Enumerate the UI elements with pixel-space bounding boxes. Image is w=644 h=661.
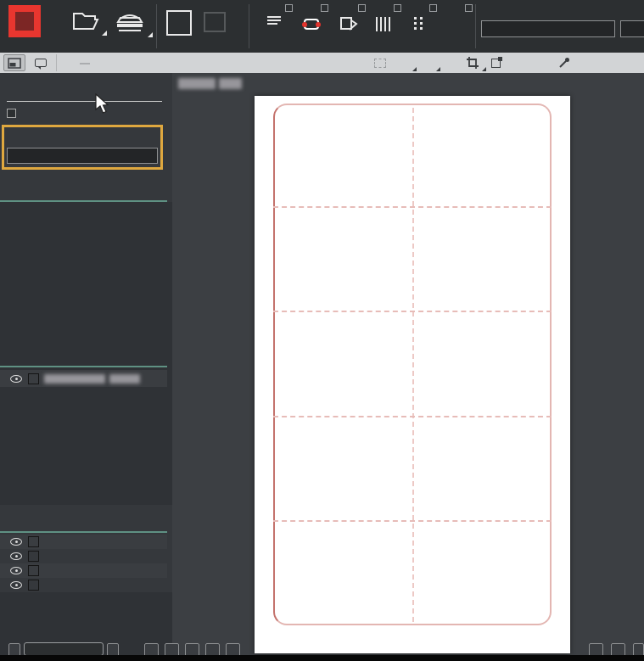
- crop-tool[interactable]: [463, 54, 482, 71]
- dropdown-triangle-icon: [102, 31, 107, 36]
- toolbar-separator: [156, 4, 157, 48]
- rotate-view-tool[interactable]: [532, 54, 551, 71]
- press-icon: [114, 8, 146, 34]
- black-swatch: [28, 580, 39, 591]
- object-select-icon: [491, 59, 501, 68]
- visibility-eye-icon[interactable]: [10, 538, 22, 546]
- fit-expand-tool[interactable]: [602, 54, 620, 71]
- visibility-eye-icon[interactable]: [10, 567, 22, 574]
- toggle-checkbox[interactable]: [285, 4, 293, 12]
- cyan-swatch: [28, 536, 39, 547]
- separation-swatch: [28, 373, 39, 384]
- marquee-icon: [374, 59, 386, 68]
- pdf-page-boxes-dropdown[interactable]: [7, 148, 158, 164]
- label-ticket-toggle[interactable]: [295, 7, 328, 41]
- eyedropper-icon: [558, 57, 570, 69]
- separation-row[interactable]: [0, 370, 167, 387]
- text-edit-toggle[interactable]: [260, 7, 292, 41]
- dropdown-triangle-icon: [412, 67, 417, 71]
- export-pages-button: [204, 12, 226, 32]
- dropdown-triangle-icon: [148, 32, 153, 37]
- separations-underline: [0, 366, 167, 367]
- brightness-button: [75, 54, 95, 71]
- barcode-icon: [376, 17, 393, 31]
- canvas-size-tool[interactable]: [579, 54, 597, 71]
- zoom-level-dropdown[interactable]: [24, 642, 104, 656]
- action-dropdown[interactable]: [481, 20, 615, 37]
- toolbar-separator: [56, 54, 57, 71]
- marquee-select-tool: [372, 54, 389, 71]
- mouse-cursor: [95, 93, 111, 115]
- window-bottom-edge: [0, 655, 644, 661]
- process-row-black[interactable]: [0, 578, 167, 592]
- separation-name-redacted: [109, 374, 140, 384]
- left-panel: [0, 73, 172, 661]
- sun-underline: [80, 63, 90, 64]
- yellow-swatch: [28, 565, 39, 576]
- application-window: [0, 0, 644, 661]
- enable-overprint-checkbox[interactable]: [7, 109, 16, 118]
- separation-name-redacted: [44, 374, 105, 384]
- pdf-page[interactable]: [255, 96, 570, 653]
- process-row-yellow[interactable]: [0, 563, 167, 578]
- filename-redacted: [178, 78, 216, 89]
- crop-icon: [467, 57, 479, 69]
- label-grid: [277, 106, 548, 624]
- options-underline: [7, 101, 162, 102]
- folder-open-icon: [71, 8, 100, 32]
- profile-dropdown[interactable]: [620, 20, 644, 37]
- visibility-eye-icon[interactable]: [10, 581, 22, 589]
- main-toolbar: [0, 0, 644, 53]
- barcode-toggle[interactable]: [368, 7, 400, 41]
- toggle-checkbox[interactable]: [321, 4, 328, 12]
- swatches-icon: [339, 15, 358, 32]
- pencil-tool[interactable]: [417, 54, 436, 71]
- comment-bubble-icon: [35, 59, 47, 67]
- dot-grid-icon: [414, 17, 426, 31]
- crosshair-tool[interactable]: [440, 54, 459, 71]
- object-select-tool[interactable]: [486, 54, 505, 71]
- ticket-icon: [304, 19, 319, 30]
- app-logo-icon: [8, 5, 41, 37]
- comment-button[interactable]: [31, 54, 51, 71]
- view-toolbar: [0, 53, 644, 73]
- document-viewport: [172, 73, 644, 661]
- toggle-checkbox[interactable]: [465, 4, 473, 12]
- visibility-eye-icon[interactable]: [10, 552, 22, 560]
- eyedropper-tool[interactable]: [555, 54, 574, 71]
- layers-underline: [0, 200, 167, 202]
- process-row-magenta[interactable]: [0, 549, 167, 563]
- document-title: [178, 78, 242, 89]
- filename-redacted: [219, 78, 242, 89]
- process-underline: [0, 531, 167, 533]
- separations-content-area: [0, 387, 172, 505]
- open-file-button[interactable]: [71, 8, 100, 32]
- magenta-swatch: [28, 551, 39, 562]
- toggle-checkbox[interactable]: [358, 4, 366, 12]
- panel-icon: [8, 58, 21, 69]
- process-row-cyan[interactable]: [0, 535, 167, 549]
- import-tool[interactable]: [625, 54, 644, 71]
- braille-dots-toggle[interactable]: [404, 7, 436, 41]
- toolbar-separator: [475, 4, 476, 48]
- text-edit-icon: [267, 16, 284, 31]
- refresh-button[interactable]: [166, 10, 192, 36]
- toggle-checkbox[interactable]: [394, 4, 401, 12]
- expand-arrows-icon: [605, 57, 618, 70]
- toggle-checkbox[interactable]: [429, 4, 437, 12]
- visibility-eye-icon[interactable]: [10, 375, 22, 383]
- print-press-button[interactable]: [114, 8, 146, 34]
- color-swatches-toggle[interactable]: [333, 7, 365, 41]
- panel-toggle-button[interactable]: [3, 54, 25, 71]
- pen-tool[interactable]: [394, 54, 412, 71]
- rotate-object-tool[interactable]: [509, 54, 528, 71]
- toolbar-separator: [249, 4, 249, 48]
- spellcheck-toggle[interactable]: [440, 7, 472, 41]
